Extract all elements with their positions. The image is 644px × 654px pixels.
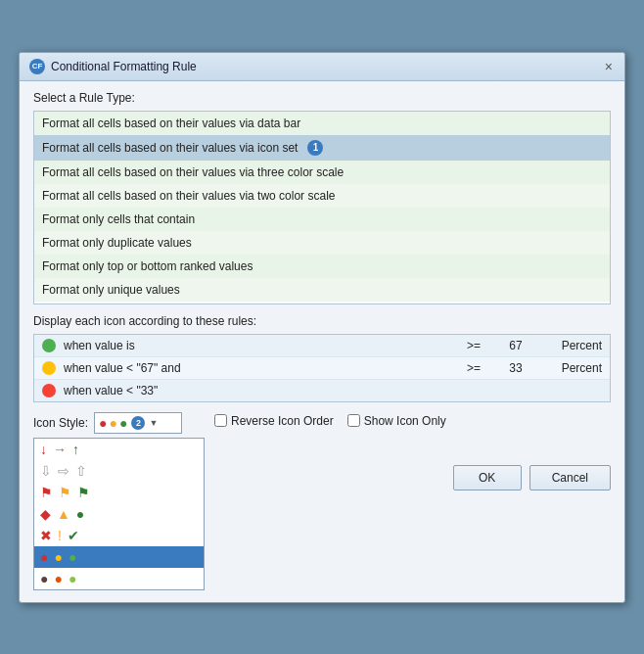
icon-style-label: Icon Style: bbox=[33, 416, 88, 430]
rule-unit-0: Percent bbox=[543, 339, 602, 352]
rule-unit-1: Percent bbox=[543, 361, 602, 375]
right-section: Reverse Icon Order Show Icon Only OK Can… bbox=[214, 412, 611, 490]
reverse-icon-order-label[interactable]: Reverse Icon Order bbox=[214, 414, 334, 428]
icon-row-4[interactable]: ✖ ! ✔ bbox=[34, 525, 204, 546]
show-icon-only-label[interactable]: Show Icon Only bbox=[347, 414, 446, 428]
rule-item-1[interactable]: Format all cells based on their values v… bbox=[34, 135, 610, 161]
reverse-icon-order-text: Reverse Icon Order bbox=[231, 414, 334, 428]
icon-row-6[interactable]: ● ● ● bbox=[34, 568, 204, 589]
table-row: when value < "33" bbox=[34, 380, 610, 401]
show-icon-only-checkbox[interactable] bbox=[347, 414, 360, 427]
table-row: when value < "67" and >= 33 Percent bbox=[34, 357, 610, 380]
cancel-button[interactable]: Cancel bbox=[529, 465, 611, 490]
icon-preview: ● ● ● bbox=[99, 415, 127, 431]
dialog-icon: CF bbox=[29, 59, 45, 74]
icon-style-selector[interactable]: ● ● ● 2 ▼ bbox=[94, 412, 182, 434]
icon-row-1[interactable]: ⇩ ⇨ ⇧ bbox=[34, 460, 204, 482]
rule-op-0: >= bbox=[459, 339, 488, 352]
rule-op-1: >= bbox=[459, 361, 488, 375]
close-button[interactable]: × bbox=[603, 59, 615, 74]
flag-yellow-icon: ⚑ bbox=[59, 486, 71, 499]
red-icon bbox=[42, 384, 56, 397]
display-label: Display each icon according to these rul… bbox=[33, 314, 611, 328]
conditional-formatting-dialog: CF Conditional Formatting Rule × Select … bbox=[19, 52, 625, 603]
check-icon: ✔ bbox=[68, 529, 79, 542]
badge-number: 2 bbox=[131, 416, 145, 430]
diamond-icon: ◆ bbox=[40, 507, 51, 521]
icon-row-3[interactable]: ◆ ▲ ● bbox=[34, 503, 204, 525]
rule-val-0: 67 bbox=[496, 339, 535, 352]
circle-red-icon: ● bbox=[40, 550, 48, 564]
rule-item-3[interactable]: Format all cells based on their values v… bbox=[34, 184, 610, 208]
bottom-row: Icon Style: ● ● ● 2 ▼ bbox=[33, 412, 611, 590]
checkboxes-row: Reverse Icon Order Show Icon Only bbox=[214, 414, 611, 428]
icon-style-label-row: Icon Style: ● ● ● 2 ▼ bbox=[33, 412, 205, 434]
buttons-row: OK Cancel bbox=[214, 465, 611, 490]
exclaim-icon: ! bbox=[58, 529, 62, 542]
green-icon bbox=[42, 339, 56, 352]
rule-text-1: when value < "67" and bbox=[64, 361, 451, 375]
flag-green-icon: ⚑ bbox=[77, 486, 90, 499]
hollow-arrow-up-icon: ⇧ bbox=[75, 464, 87, 478]
hollow-arrow-right-icon: ⇨ bbox=[58, 464, 69, 478]
circle-orange-icon: ● bbox=[54, 572, 62, 585]
rule-item-2[interactable]: Format all cells based on their values v… bbox=[34, 161, 610, 184]
ok-button[interactable]: OK bbox=[453, 465, 522, 490]
hollow-arrow-down-icon: ⇩ bbox=[40, 464, 52, 478]
rule-item-7[interactable]: Format only unique values bbox=[34, 278, 610, 302]
circle-dark-icon: ● bbox=[40, 572, 48, 585]
arrow-down-icon: ↓ bbox=[40, 443, 47, 456]
dropdown-arrow-icon: ▼ bbox=[149, 418, 158, 428]
show-icon-only-text: Show Icon Only bbox=[364, 414, 446, 428]
rule-item-0[interactable]: Format all cells based on their values v… bbox=[34, 112, 610, 135]
circle-green-icon: ● bbox=[69, 550, 76, 564]
icon-row-0[interactable]: ↓ → ↑ bbox=[34, 439, 204, 460]
arrow-right-icon: → bbox=[53, 443, 67, 456]
icon-style-section: Icon Style: ● ● ● 2 ▼ bbox=[33, 412, 205, 590]
dialog-title: Conditional Formatting Rule bbox=[51, 60, 197, 73]
circle-icon: ● bbox=[76, 507, 84, 521]
arrow-up-icon: ↑ bbox=[72, 443, 79, 456]
yellow-icon bbox=[42, 361, 56, 375]
rules-table: when value is >= 67 Percent when value <… bbox=[33, 334, 611, 402]
circle-yellow-icon: ● bbox=[54, 550, 62, 564]
rule-item-5[interactable]: Format only duplicate values bbox=[34, 231, 610, 255]
rule-item-4[interactable]: Format only cells that contain bbox=[34, 208, 610, 231]
title-bar: CF Conditional Formatting Rule × bbox=[20, 53, 624, 81]
icon-row-5[interactable]: ● ● ● bbox=[34, 546, 204, 568]
triangle-icon: ▲ bbox=[57, 507, 70, 521]
rule-type-label: Select a Rule Type: bbox=[33, 91, 611, 105]
rule-text-0: when value is bbox=[64, 339, 451, 352]
rule-text-2: when value < "33" bbox=[64, 384, 451, 397]
title-bar-left: CF Conditional Formatting Rule bbox=[29, 59, 197, 74]
dialog-body: Select a Rule Type: Format all cells bas… bbox=[20, 81, 624, 602]
rule-item-6[interactable]: Format only top or bottom ranked values bbox=[34, 255, 610, 278]
flag-red-icon: ⚑ bbox=[40, 486, 53, 499]
rule-type-list: Format all cells based on their values v… bbox=[33, 111, 611, 304]
icon-dropdown: ↓ → ↑ ⇩ ⇨ ⇧ ⚑ ⚑ ⚑ bbox=[33, 438, 205, 590]
reverse-icon-order-checkbox[interactable] bbox=[214, 414, 227, 427]
rule-val-1: 33 bbox=[496, 361, 535, 375]
icon-row-2[interactable]: ⚑ ⚑ ⚑ bbox=[34, 482, 204, 503]
x-icon: ✖ bbox=[40, 529, 52, 542]
circle-lime-icon: ● bbox=[69, 572, 76, 585]
table-row: when value is >= 67 Percent bbox=[34, 335, 610, 357]
